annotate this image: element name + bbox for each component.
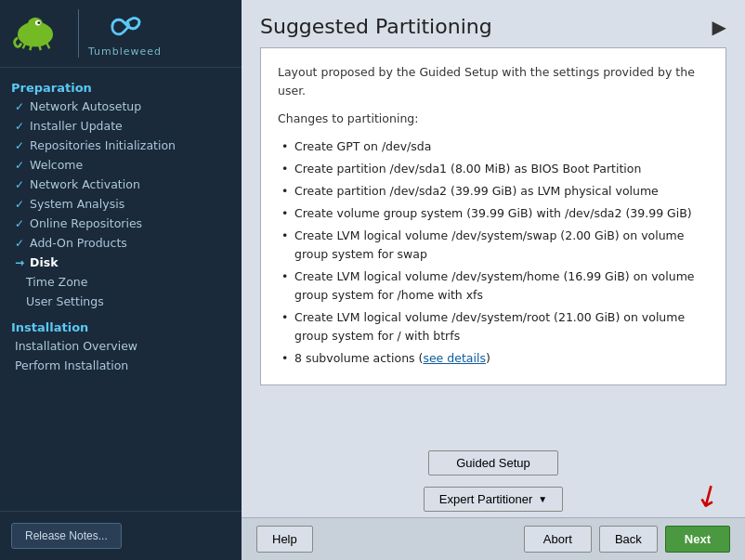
tumbleweed-logo: Tumbleweed: [88, 10, 162, 58]
nav-label: Welcome: [30, 158, 83, 172]
bottom-toolbar: Help Abort Back ↓ Next: [242, 517, 745, 560]
sidebar-item-add-on-products[interactable]: ✓ Add-On Products: [0, 233, 242, 253]
check-icon: ✓: [15, 159, 24, 172]
sidebar-item-installer-update[interactable]: ✓ Installer Update: [0, 116, 242, 136]
nav-label: Repositories Initialization: [30, 138, 176, 152]
main-panel: Suggested Partitioning ▶ Layout proposed…: [242, 0, 745, 560]
sidebar-item-welcome[interactable]: ✓ Welcome: [0, 155, 242, 175]
sidebar-item-network-activation[interactable]: ✓ Network Activation: [0, 175, 242, 194]
svg-point-1: [27, 18, 43, 33]
list-item: Create GPT on /dev/sda: [281, 136, 709, 158]
nav-label: Perform Installation: [15, 358, 128, 372]
action-buttons-area: Guided Setup Expert Partitioner ▼: [242, 439, 745, 517]
sidebar-item-installation-overview[interactable]: Installation Overview: [0, 336, 242, 356]
nav-label: System Analysis: [30, 197, 124, 211]
action-row: Guided Setup: [428, 450, 558, 475]
abort-button[interactable]: Abort: [524, 526, 592, 553]
next-button[interactable]: Next: [665, 526, 730, 553]
sidebar-item-repos-init[interactable]: ✓ Repositories Initialization: [0, 136, 242, 155]
expert-partitioner-label: Expert Partitioner: [439, 492, 532, 506]
nav-label: Time Zone: [26, 275, 87, 289]
nav-label: Network Activation: [30, 177, 140, 191]
list-item: Create LVM logical volume /dev/system/ro…: [281, 306, 709, 347]
sidebar-item-online-repos[interactable]: ✓ Online Repositories: [0, 214, 242, 233]
nav-label: Disk: [30, 255, 58, 269]
list-item: Create LVM logical volume /dev/system/ho…: [281, 266, 709, 306]
nav-label: Installation Overview: [15, 339, 137, 353]
check-icon: ✓: [15, 139, 24, 152]
sidebar-footer: Release Notes...: [0, 511, 242, 560]
changes-label: Changes to partitioning:: [278, 110, 709, 128]
expert-row: Expert Partitioner ▼: [424, 487, 563, 512]
help-button[interactable]: Help: [256, 526, 313, 553]
nav-label: Network Autosetup: [30, 99, 141, 113]
sidebar-item-network-autosetup[interactable]: ✓ Network Autosetup: [0, 97, 242, 116]
dropdown-arrow-icon: ▼: [538, 494, 547, 504]
partition-info-box: Layout proposed by the Guided Setup with…: [260, 47, 726, 385]
release-notes-button[interactable]: Release Notes...: [11, 523, 122, 549]
main-content: Layout proposed by the Guided Setup with…: [242, 47, 745, 439]
check-icon: ✓: [15, 217, 24, 230]
sidebar-header: openSUSE Tumbleweed: [0, 0, 242, 68]
opensuse-logo: openSUSE: [11, 15, 59, 52]
check-icon: ✓: [15, 100, 24, 113]
see-details-link[interactable]: see details: [423, 351, 486, 365]
nav-label: Online Repositories: [30, 216, 142, 230]
guided-setup-button[interactable]: Guided Setup: [428, 450, 558, 475]
check-icon: ✓: [15, 237, 24, 250]
sidebar-item-system-analysis[interactable]: ✓ System Analysis: [0, 194, 242, 214]
page-title: Suggested Partitioning: [260, 15, 492, 38]
tumbleweed-label: Tumbleweed: [88, 46, 162, 58]
back-button[interactable]: Back: [599, 526, 658, 553]
nav-label: User Settings: [26, 294, 104, 308]
list-item: Create LVM logical volume /dev/system/sw…: [281, 225, 709, 266]
list-item: Create partition /dev/sda2 (39.99 GiB) a…: [281, 180, 709, 202]
sidebar-item-disk[interactable]: → Disk: [0, 253, 242, 272]
sidebar: openSUSE Tumbleweed Preparation ✓ Networ…: [0, 0, 242, 560]
sidebar-item-perform-installation[interactable]: Perform Installation: [0, 356, 242, 375]
installation-section-label: Installation: [0, 315, 242, 336]
logo-divider: [78, 9, 79, 58]
list-item: 8 subvolume actions (see details): [281, 347, 709, 370]
expert-partitioner-button[interactable]: Expert Partitioner ▼: [424, 487, 563, 512]
list-item: Create partition /dev/sda1 (8.00 MiB) as…: [281, 158, 709, 180]
sidebar-nav: Preparation ✓ Network Autosetup ✓ Instal…: [0, 68, 242, 511]
next-button-wrapper: ↓ Next: [665, 526, 730, 553]
display-icon[interactable]: ▶: [712, 16, 726, 38]
preparation-section-label: Preparation: [0, 75, 242, 97]
sidebar-item-time-zone[interactable]: Time Zone: [0, 272, 242, 292]
partition-list: Create GPT on /dev/sda Create partition …: [278, 136, 709, 370]
sidebar-item-user-settings[interactable]: User Settings: [0, 292, 242, 311]
main-header: Suggested Partitioning ▶: [242, 0, 745, 47]
nav-label: Installer Update: [30, 119, 123, 133]
partition-intro: Layout proposed by the Guided Setup with…: [278, 63, 709, 100]
list-item: Create volume group system (39.99 GiB) w…: [281, 202, 709, 225]
svg-point-3: [37, 21, 40, 24]
arrow-icon: →: [15, 256, 24, 269]
nav-label: Add-On Products: [30, 236, 127, 250]
check-icon: ✓: [15, 178, 24, 191]
check-icon: ✓: [15, 120, 24, 133]
check-icon: ✓: [15, 198, 24, 211]
